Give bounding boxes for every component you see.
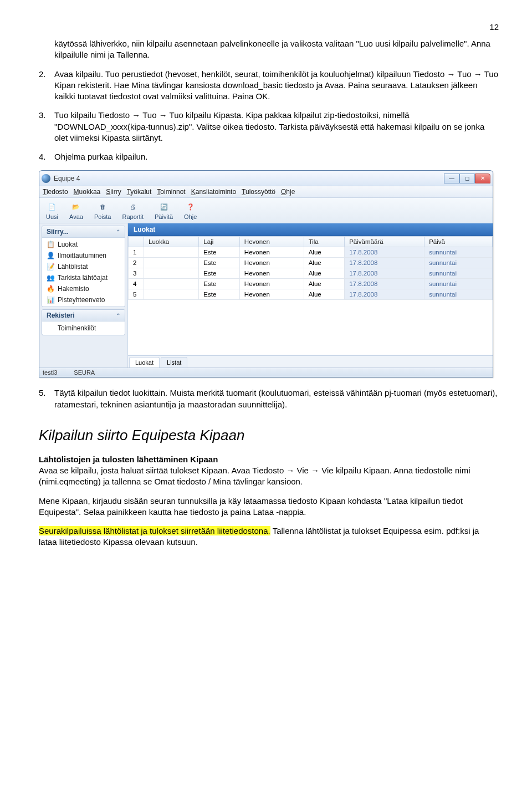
list-number-3: 3. — [39, 110, 54, 144]
status-text: testi3 — [43, 369, 57, 376]
sidebar-item-icon: 📊 — [47, 296, 54, 304]
column-header[interactable] — [129, 237, 144, 247]
paragraph-3: Tuo kilpailu Tiedosto → Tuo → Tuo kilpai… — [54, 110, 499, 144]
main-content: Luokat LuokkaLajiHevonenTilaPäivämääräPä… — [128, 223, 493, 368]
menu-item[interactable]: Kansliatoiminto — [191, 188, 236, 196]
status-text: SEURA — [74, 369, 95, 376]
toolbar: 📄Uusi📂Avaa🗑Poista🖨Raportit🔄Päivitä❓Ohje — [39, 198, 493, 223]
column-header[interactable]: Hevonen — [239, 237, 304, 247]
sidebar: Siirry... ⌃ 📋Luokat👤Ilmoittautuminen📝Läh… — [39, 223, 128, 368]
table-cell: 4 — [129, 279, 144, 289]
uusi-icon: 📄 — [46, 201, 58, 213]
sidebar-item[interactable]: 🔥Hakemisto — [42, 283, 125, 294]
päivitä-icon: 🔄 — [158, 201, 170, 213]
table-cell: sunnuntai — [424, 258, 493, 268]
table-cell: Este — [199, 289, 240, 300]
menu-item[interactable]: Siirry — [106, 188, 121, 196]
poista-icon: 🗑 — [96, 201, 109, 213]
sidebar-item[interactable]: Toimihenkilöt — [42, 323, 125, 334]
column-header[interactable]: Luokka — [144, 237, 199, 247]
toolbar-button-uusi[interactable]: 📄Uusi — [42, 200, 63, 221]
sub-tab[interactable]: Listat — [161, 357, 187, 368]
sidebar-panel-rekisteri: Rekisteri ⌃ Toimihenkilöt — [42, 309, 125, 335]
section-heading: Kilpailun siirto Equipesta Kipaan — [39, 427, 499, 444]
table-cell: 17.8.2008 — [345, 268, 424, 279]
sidebar-item[interactable]: 👤Ilmoittautuminen — [42, 250, 125, 261]
toolbar-button-poista[interactable]: 🗑Poista — [90, 200, 116, 221]
menu-item[interactable]: Tiedosto — [43, 188, 68, 196]
sidebar-item-label: Hakemisto — [58, 285, 89, 293]
sidebar-item-label: Luokat — [58, 241, 78, 248]
sidebar-item[interactable]: 📊Pisteyhteenveto — [42, 294, 125, 305]
table-cell: 17.8.2008 — [345, 289, 424, 300]
toolbar-button-avaa[interactable]: 📂Avaa — [65, 200, 88, 221]
table-cell: Alue — [304, 247, 345, 258]
table-cell: 1 — [129, 247, 144, 258]
table-row[interactable]: 2EsteHevonenAlue17.8.2008sunnuntai — [129, 258, 493, 268]
menu-item[interactable]: Työkalut — [127, 188, 152, 196]
ohje-icon: ❓ — [185, 201, 197, 213]
page-number: 12 — [39, 22, 499, 32]
table-cell: Alue — [304, 279, 345, 289]
sidebar-item-icon: 🔥 — [47, 285, 54, 293]
column-header[interactable]: Päivämäärä — [345, 237, 424, 247]
column-header[interactable]: Laji — [199, 237, 240, 247]
sidebar-item[interactable]: 📋Luokat — [42, 239, 125, 250]
table-row[interactable]: 4EsteHevonenAlue17.8.2008sunnuntai — [129, 279, 493, 289]
table-cell: sunnuntai — [424, 268, 493, 279]
statusbar: testi3SEURA — [39, 368, 493, 377]
sidebar-item[interactable]: 👥Tarkista lähtöajat — [42, 272, 125, 283]
sub-tab[interactable]: Luokat — [129, 357, 160, 368]
table-row[interactable]: 1EsteHevonenAlue17.8.2008sunnuntai — [129, 247, 493, 258]
list-number-4: 4. — [39, 151, 54, 162]
sidebar-item-label: Tarkista lähtöajat — [58, 274, 108, 282]
table-cell — [144, 258, 199, 268]
main-header: Luokat — [128, 223, 493, 236]
sub-tabs: LuokatListat — [128, 355, 493, 368]
table-cell: 2 — [129, 258, 144, 268]
minimize-button[interactable]: — — [444, 173, 459, 183]
highlighted-text: Seurakilpailuissa lähtölistat ja tulokse… — [39, 526, 270, 535]
sidebar-item-label: Pisteyhteenveto — [58, 296, 105, 304]
toolbar-button-raportit[interactable]: 🖨Raportit — [117, 200, 148, 221]
menu-item[interactable]: Muokkaa — [74, 188, 101, 196]
subsection: Lähtölistojen ja tulosten lähettäminen K… — [39, 454, 499, 488]
window-title: Equipe 4 — [54, 175, 444, 182]
data-table: LuokkaLajiHevonenTilaPäivämääräPäivä 1Es… — [128, 236, 493, 300]
app-window: Equipe 4 — ◻ ✕ TiedostoMuokkaaSiirryTyök… — [39, 170, 493, 377]
column-header[interactable]: Päivä — [424, 237, 493, 247]
sidebar-panel-title: Rekisteri — [47, 312, 75, 319]
table-row[interactable]: 3EsteHevonenAlue17.8.2008sunnuntai — [129, 268, 493, 279]
table-cell — [144, 247, 199, 258]
paragraph-highlight: Seurakilpailuissa lähtölistat ja tulokse… — [39, 525, 499, 548]
raportit-icon: 🖨 — [127, 201, 139, 213]
sidebar-item[interactable]: 📝Lähtölistat — [42, 261, 125, 272]
table-cell: 5 — [129, 289, 144, 300]
menu-item[interactable]: Toiminnot — [157, 188, 185, 196]
list-number-5: 5. — [39, 387, 54, 410]
paragraph-5: Täytä kilpailun tiedot luokittain. Muist… — [54, 387, 499, 410]
table-cell: Este — [199, 268, 240, 279]
table-cell: Este — [199, 258, 240, 268]
sidebar-panel-siirry: Siirry... ⌃ 📋Luokat👤Ilmoittautuminen📝Läh… — [42, 226, 125, 307]
sidebar-item-label: Toimihenkilöt — [58, 324, 96, 332]
toolbar-button-ohje[interactable]: ❓Ohje — [180, 200, 201, 221]
menu-item[interactable]: Ohje — [281, 188, 295, 196]
collapse-icon[interactable]: ⌃ — [116, 229, 120, 235]
menu-item[interactable]: Tulossyöttö — [242, 188, 275, 196]
table-cell — [144, 279, 199, 289]
column-header[interactable]: Tila — [304, 237, 345, 247]
table-cell: Hevonen — [239, 247, 304, 258]
subsection-text: Avaa se kilpailu, josta haluat siirtää t… — [39, 466, 470, 486]
maximize-button[interactable]: ◻ — [459, 173, 475, 183]
collapse-icon[interactable]: ⌃ — [116, 313, 120, 319]
table-cell: Este — [199, 247, 240, 258]
list-number-2: 2. — [39, 69, 54, 103]
app-icon — [42, 174, 50, 183]
close-button[interactable]: ✕ — [475, 173, 490, 183]
paragraph-1: käytössä lähiverkko, niin kilpailu asenn… — [39, 38, 499, 61]
table-cell: Alue — [304, 258, 345, 268]
table-cell: sunnuntai — [424, 289, 493, 300]
toolbar-button-päivitä[interactable]: 🔄Päivitä — [150, 200, 177, 221]
table-row[interactable]: 5EsteHevonenAlue17.8.2008sunnuntai — [129, 289, 493, 300]
